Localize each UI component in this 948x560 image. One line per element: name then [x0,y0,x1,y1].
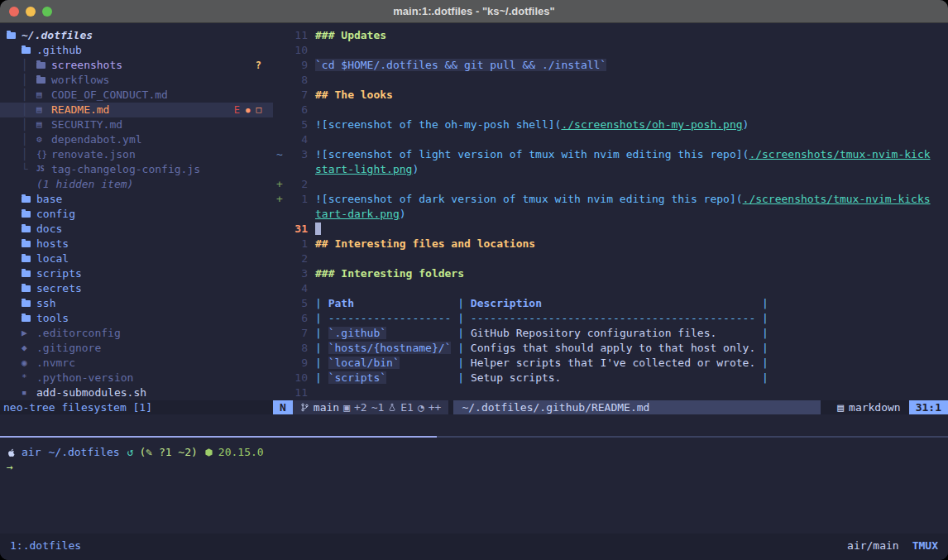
line-text: start-light.png) [315,162,948,177]
line-text: ### Updates [315,28,948,43]
editor-line[interactable]: 3### Interesting folders [273,266,948,281]
gutter-sign: ~ [273,147,288,162]
neo-tree-sidebar[interactable]: ~/.dotfiles.github│screenshots?│workflow… [0,23,273,400]
tree-item--1-hidden-item-[interactable]: (1 hidden item) [0,177,273,192]
editor-line[interactable]: 5![screenshot of the oh-my-posh shell](.… [273,117,948,132]
editor-line[interactable]: 31 [273,222,948,237]
cursor-position: 31:1 [909,400,948,414]
shell-pane[interactable]: air ~/.dotfiles ↺ (✎ ?1 ~2) 20.15.0 → [0,438,948,534]
editor-line[interactable]: ~3![screenshot of light version of tmux … [273,147,948,162]
tree-item-label: tools [36,311,69,326]
tree-item-dependabot-yml[interactable]: │⚙dependabot.yml [0,132,273,147]
tree-item-screenshots[interactable]: │screenshots? [0,58,273,73]
hexagon-icon: ◉ [22,356,36,371]
line-text [315,132,948,147]
tree-item-config[interactable]: config [0,207,273,222]
line-text: ## The looks [315,88,948,103]
editor-buffer[interactable]: 11### Updates109`cd $HOME/.dotfiles && g… [273,23,948,400]
folder-icon [36,62,51,69]
tree-item-base[interactable]: base [0,192,273,207]
tree-item-label: .nvmrc [36,356,75,371]
tree-item-label: renovate.json [51,147,136,162]
gutter-sign: + [273,192,288,207]
editor-line[interactable]: 11 [273,385,948,400]
close-button[interactable] [9,7,19,17]
editor-line[interactable]: 8| `hosts/{hostname}/` | Configs that sh… [273,341,948,356]
gutter-sign [273,251,288,266]
line-number: 10 [288,371,308,385]
tree-item--python-version[interactable]: *.python-version [0,371,273,385]
editor-line[interactable]: 9| `local/bin` | Helper scripts that I'v… [273,356,948,371]
tree-item-label: docs [36,222,62,237]
editor-line[interactable]: 6| ------------------- | ---------------… [273,311,948,326]
tree-item-label: .editorconfig [36,326,121,341]
tree-item-readme-md[interactable]: │▤README.mdE●□ [0,103,273,117]
line-text [315,222,948,237]
nodejs-icon [204,448,213,457]
titlebar: main:1:.dotfiles - "ks~/.dotfiles" [0,0,948,23]
tmux-window-label[interactable]: 1:.dotfiles [10,539,81,553]
tree-item-workflows[interactable]: │workflows [0,73,273,88]
editor-line[interactable]: 1## Interesting files and locations [273,237,948,251]
terminal-window: main:1:.dotfiles - "ks~/.dotfiles" ~/.do… [0,0,948,560]
editor-line[interactable]: 4 [273,281,948,296]
tree-item--editorconfig[interactable]: ▶.editorconfig [0,326,273,341]
tree-item-label: secrets [36,281,82,296]
gutter-sign [273,103,288,117]
tree-item-label: (1 hidden item) [36,177,133,192]
editor-line[interactable]: 7| `.github` | GitHub Repository configu… [273,326,948,341]
folder-icon [22,241,36,247]
line-number: 4 [288,132,308,147]
gutter-sign [273,237,288,251]
editor-line[interactable]: 11### Updates [273,28,948,43]
tree-item-renovate-json[interactable]: │{}renovate.json [0,147,273,162]
tree-item-add-submodules-sh[interactable]: ▪add-submodules.sh [0,385,273,400]
shell-prompt: air ~/.dotfiles ↺ (✎ ?1 ~2) 20.15.0 [7,445,264,460]
tree-item--gitignore[interactable]: ◆.gitignore [0,341,273,356]
tree-item-tools[interactable]: tools [0,311,273,326]
editor-line[interactable]: 8 [273,73,948,88]
editor-line[interactable]: 10| `scripts` | Setup scripts. | [273,371,948,385]
tree-item-secrets[interactable]: secrets [0,281,273,296]
tree-item-security-md[interactable]: │▤SECURITY.md [0,117,273,132]
line-text [315,281,948,296]
tree-item-hosts[interactable]: hosts [0,237,273,251]
gutter-sign [273,222,288,237]
line-number: 5 [288,117,308,132]
tree-item-scripts[interactable]: scripts [0,266,273,281]
editor-line[interactable]: 9`cd $HOME/.dotfiles && git pull && ./in… [273,58,948,73]
tree-item--github[interactable]: .github [0,43,273,58]
editor-line[interactable]: 10 [273,43,948,58]
tree-item-local[interactable]: local [0,251,273,266]
line-text [315,177,948,192]
tree-item-code-of-conduct-md[interactable]: │▤CODE_OF_CONDUCT.md [0,88,273,103]
tree-item--nvmrc[interactable]: ◉.nvmrc [0,356,273,371]
tree-item-tag-changelog-config-js[interactable]: └JStag-changelog-config.js [0,162,273,177]
line-text [315,251,948,266]
editor-line[interactable]: +2 [273,177,948,192]
editor-line[interactable]: 4 [273,132,948,147]
markdown-icon: ▤ [36,117,51,132]
mode-indicator: N [273,400,293,414]
zoom-button[interactable] [42,7,52,17]
gutter-sign [273,28,288,43]
editor-line[interactable]: 7## The looks [273,88,948,103]
editor-line[interactable]: start-light.png) [273,162,948,177]
tree-item-label: tag-changelog-config.js [51,162,200,177]
asterisk-icon: * [22,371,36,385]
tree-item--dotfiles[interactable]: ~/.dotfiles [0,28,273,43]
gutter-sign [273,117,288,132]
editor-line[interactable]: +1![screenshot of dark version of tmux w… [273,192,948,207]
minimize-button[interactable] [26,7,36,17]
folder-icon [22,300,36,307]
nvim-pane: ~/.dotfiles.github│screenshots?│workflow… [0,23,948,400]
line-text: | `.github` | GitHub Repository configur… [315,326,948,341]
editor-line[interactable]: 6 [273,103,948,117]
editor-line[interactable]: 2 [273,251,948,266]
line-number: 7 [288,326,308,341]
tree-item-docs[interactable]: docs [0,222,273,237]
editor-line[interactable]: tart-dark.png) [273,207,948,222]
editor-line[interactable]: 5| Path | Description | [273,296,948,311]
line-text: | `scripts` | Setup scripts. | [315,371,948,385]
tree-item-ssh[interactable]: ssh [0,296,273,311]
